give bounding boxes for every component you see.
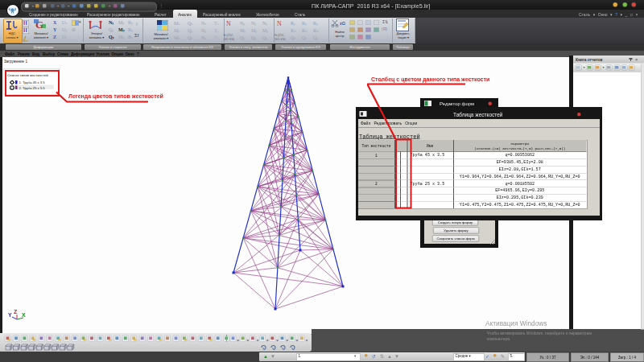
svg-text:X: X bbox=[22, 312, 26, 318]
svg-text:Y: Y bbox=[8, 312, 12, 318]
svg-text:Z: Z bbox=[14, 309, 18, 315]
